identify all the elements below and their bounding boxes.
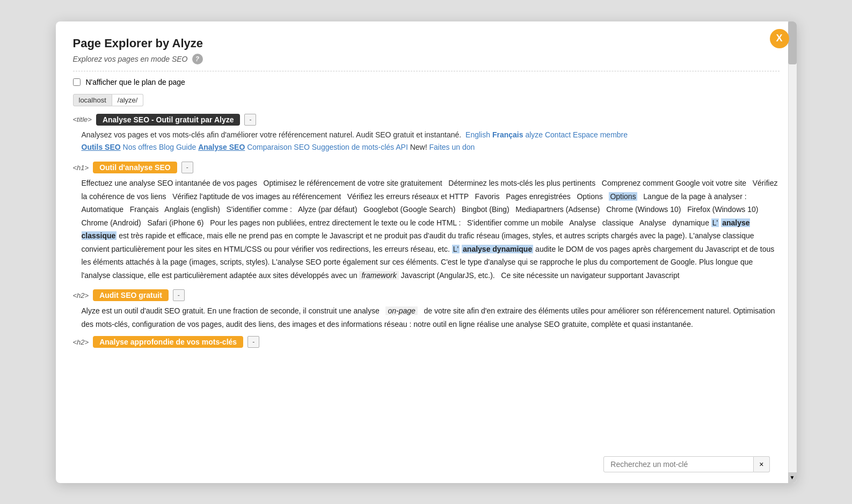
breadcrumb: localhost /alyze/ bbox=[73, 94, 780, 106]
title-tag-row: <title> Analyse SEO - Outil gratuit par … bbox=[73, 114, 780, 126]
h2-2-tag-value: Analyse approfondie de vos mots-clés bbox=[93, 336, 243, 348]
new-label: New! bbox=[410, 143, 427, 151]
page-title: Page Explorer by Alyze bbox=[73, 36, 780, 50]
nav-link-suggestion[interactable]: Suggestion de mots-clés bbox=[312, 143, 394, 151]
breadcrumb-path[interactable]: /alyze/ bbox=[112, 94, 144, 106]
nav-link-alyze[interactable]: alyze bbox=[525, 130, 543, 139]
search-clear-button[interactable]: × bbox=[754, 456, 769, 472]
breadcrumb-host[interactable]: localhost bbox=[73, 94, 112, 106]
title-tag-value: Analyse SEO - Outil gratuit par Alyze bbox=[96, 114, 241, 126]
h1-collapse-btn[interactable]: - bbox=[181, 162, 193, 173]
h2-1-collapse-btn[interactable]: - bbox=[173, 289, 185, 301]
checkbox-row: N'afficher que le plan de page bbox=[73, 78, 780, 86]
title-desc-prefix: Analysez vos pages et vos mots-clés afin… bbox=[82, 130, 462, 139]
nav-link-contact[interactable]: Contact bbox=[545, 130, 571, 139]
title-collapse-btn[interactable]: - bbox=[244, 114, 256, 126]
nav-link-analyse-seo[interactable]: Analyse SEO bbox=[198, 143, 245, 151]
h2-1-tag-label: <h2> bbox=[73, 291, 89, 300]
help-icon[interactable]: ? bbox=[192, 54, 203, 64]
nav-link-blog[interactable]: Blog bbox=[159, 143, 174, 151]
h1-tag-row: <h1> Outil d'analyse SEO - bbox=[73, 162, 780, 173]
h2-section-2: <h2> Analyse approfondie de vos mots-clé… bbox=[73, 336, 780, 348]
nav-link-api[interactable]: API bbox=[396, 143, 408, 151]
title-section: <title> Analyse SEO - Outil gratuit par … bbox=[73, 114, 780, 155]
nav-link-francais[interactable]: Français bbox=[492, 130, 523, 139]
h1-analyse-dynamique: analyse dynamique bbox=[462, 245, 533, 253]
subtitle-row: Explorez vos pages en mode SEO ? bbox=[73, 54, 780, 64]
h1-tag-label: <h1> bbox=[73, 164, 89, 172]
h1-tag-value: Outil d'analyse SEO bbox=[93, 162, 177, 173]
nav-link-espace[interactable]: Espace membre bbox=[573, 130, 628, 139]
nav-link-outils[interactable]: Outils SEO bbox=[82, 143, 121, 151]
h2-1-text: Alyze est un outil d'audit SEO gratuit. … bbox=[82, 304, 780, 331]
subtitle-text: Explorez vos pages en mode SEO bbox=[73, 55, 188, 63]
h2-section-1: <h2> Audit SEO gratuit - Alyze est un ou… bbox=[73, 289, 780, 331]
h1-section: <h1> Outil d'analyse SEO - Effectuez une… bbox=[73, 162, 780, 282]
h2-2-collapse-btn[interactable]: - bbox=[247, 336, 259, 348]
nav-link-offres[interactable]: Nos offres bbox=[123, 143, 157, 151]
h2-2-tag-label: <h2> bbox=[73, 338, 89, 346]
plan-page-checkbox[interactable] bbox=[73, 78, 81, 86]
h1-text1: Effectuez une analyse SEO intantanée de … bbox=[82, 179, 778, 227]
h2-1-tag-row: <h2> Audit SEO gratuit - bbox=[73, 289, 780, 301]
h2-1-tag-value: Audit SEO gratuit bbox=[93, 289, 169, 301]
options-highlight: Options bbox=[609, 192, 637, 201]
h2-1-text1: Alyze est un outil d'audit SEO gratuit. … bbox=[82, 306, 775, 328]
plan-page-label: N'afficher que le plan de page bbox=[86, 78, 185, 86]
title-tag-label: <title> bbox=[73, 115, 92, 123]
nav-link-guide[interactable]: Guide bbox=[176, 143, 196, 151]
close-button[interactable]: X bbox=[770, 29, 789, 48]
nav-link-comparaison[interactable]: Comparaison SEO bbox=[247, 143, 310, 151]
scrollbar-thumb[interactable] bbox=[788, 21, 797, 64]
nav-link-don[interactable]: Faites un don bbox=[429, 143, 475, 151]
h2-2-tag-row: <h2> Analyse approfondie de vos mots-clé… bbox=[73, 336, 780, 348]
modal-container: X ▲ ▼ Page Explorer by Alyze Explorez vo… bbox=[56, 21, 797, 483]
framework-label: framework bbox=[359, 271, 398, 280]
divider-1 bbox=[73, 71, 780, 71]
search-row: × bbox=[603, 456, 769, 472]
nav-link-english[interactable]: English bbox=[465, 130, 490, 139]
title-content: Analysez vos pages et vos mots-clés afin… bbox=[82, 129, 780, 155]
scroll-down-button[interactable]: ▼ bbox=[788, 472, 797, 483]
on-page-label: on-page bbox=[385, 306, 417, 315]
search-input[interactable] bbox=[603, 456, 754, 472]
scrollbar-track: ▲ ▼ bbox=[788, 21, 797, 483]
h1-paragraph1: Effectuez une analyse SEO intantanée de … bbox=[82, 177, 780, 282]
